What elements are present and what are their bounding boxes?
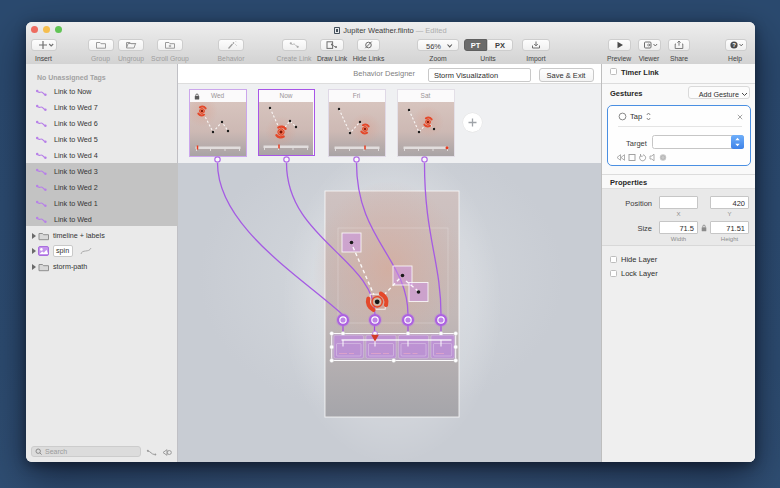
svg-text:?: ? — [732, 42, 736, 48]
